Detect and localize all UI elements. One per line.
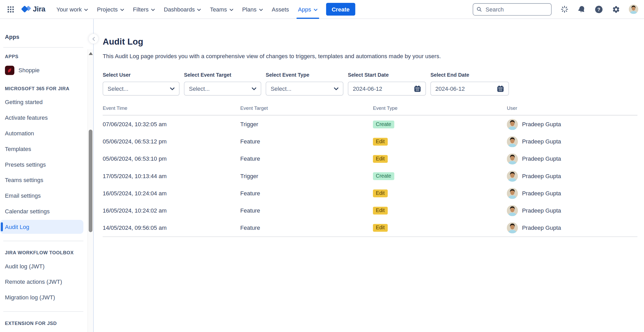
- user-avatar-image: [507, 153, 518, 164]
- chevron-down-icon: [259, 8, 263, 11]
- user-avatar-image: [507, 171, 518, 182]
- sidebar-item-templates[interactable]: Templates: [0, 142, 83, 156]
- table-header-row: Event TimeEvent TargetEvent TypeUser: [103, 105, 637, 116]
- sidebar-section-heading-apps: APPS: [5, 54, 87, 59]
- sidebar-item-audit-log[interactable]: Audit Log: [0, 220, 83, 234]
- date-input-select-start-date[interactable]: 2024-06-12: [348, 82, 426, 95]
- chevron-down-icon: [170, 87, 174, 90]
- sidebar-item-audit-log-jwt[interactable]: Audit log (JWT): [0, 259, 83, 273]
- sidebar-item-automation[interactable]: Automation: [0, 126, 83, 140]
- help-button[interactable]: ?: [594, 5, 604, 14]
- shoppie-app-icon: [5, 65, 14, 75]
- sidebar-collapse-button[interactable]: [88, 34, 98, 44]
- filters-row: Select UserSelect...Select Event TargetS…: [103, 72, 637, 96]
- search-input[interactable]: [485, 5, 548, 13]
- chevron-down-icon: [120, 8, 124, 11]
- nav-item-label: Assets: [272, 6, 289, 13]
- table-row: 07/06/2024, 10:32:05 amTriggerCreatePrad…: [103, 116, 637, 133]
- nav-item-assets[interactable]: Assets: [268, 0, 292, 19]
- search-box[interactable]: [473, 3, 552, 15]
- sidebar-item-get-started[interactable]: Get Started: [0, 330, 83, 332]
- search-icon: [476, 6, 482, 13]
- main-content: Audit Log This Audit Log page provides y…: [94, 19, 644, 332]
- sidebar-item-label: Calendar settings: [5, 208, 50, 214]
- filter-group-select-event-target: Select Event TargetSelect...: [184, 72, 261, 96]
- sidebar-section-items: Get Started: [0, 330, 87, 332]
- nav-item-projects[interactable]: Projects: [93, 0, 127, 19]
- event-type-badge: Edit: [373, 155, 388, 163]
- nav-item-plans[interactable]: Plans: [238, 0, 266, 19]
- user-cell: Pradeep Gupta: [507, 171, 637, 182]
- sidebar-item-label: Migration log (JWT): [5, 294, 55, 301]
- select-dropdown-select-event-type[interactable]: Select...: [266, 82, 343, 95]
- sidebar-item-calendar-settings[interactable]: Calendar settings: [0, 204, 83, 218]
- event-type-cell: Edit: [373, 155, 507, 163]
- user-avatar: [507, 136, 518, 147]
- chevron-left-icon: [92, 37, 95, 41]
- event-type-cell: Create: [373, 172, 507, 180]
- nav-item-apps[interactable]: Apps: [294, 0, 321, 19]
- nav-item-teams[interactable]: Teams: [206, 0, 237, 19]
- event-type-badge: Create: [373, 120, 394, 128]
- sidebar-section-heading-jira-workflow-toolbox: JIRA WORKFLOW TOOLBOX: [5, 250, 87, 255]
- settings-button[interactable]: [612, 5, 621, 14]
- jira-logo[interactable]: Jira: [21, 4, 45, 14]
- profile-avatar-button[interactable]: [629, 4, 638, 14]
- event-target-cell: Feature: [240, 207, 373, 214]
- create-button[interactable]: Create: [326, 3, 355, 16]
- user-avatar-image: [507, 205, 518, 216]
- nav-item-label: Apps: [298, 6, 311, 13]
- column-header-user: User: [507, 105, 637, 111]
- grid-icon: [7, 6, 14, 13]
- app-switcher-button[interactable]: [4, 3, 17, 16]
- nav-item-label: Plans: [242, 6, 256, 13]
- user-cell: Pradeep Gupta: [507, 222, 637, 233]
- topnav-icons: ?: [560, 4, 638, 14]
- sidebar-item-label: Automation: [5, 130, 34, 137]
- column-header-event-time: Event Time: [103, 105, 240, 111]
- filter-group-select-start-date: Select Start Date2024-06-12: [348, 72, 426, 96]
- chevron-down-icon: [151, 8, 155, 11]
- select-dropdown-select-user[interactable]: Select...: [103, 82, 179, 95]
- sidebar-scrollbar[interactable]: [87, 49, 93, 332]
- column-header-event-type: Event Type: [373, 105, 507, 111]
- event-target-cell: Feature: [240, 155, 373, 162]
- nav-item-your-work[interactable]: Your work: [53, 0, 92, 19]
- user-cell: Pradeep Gupta: [507, 136, 637, 147]
- sparkle-button[interactable]: [560, 5, 569, 14]
- sidebar-item-migration-log-jwt[interactable]: Migration log (JWT): [0, 290, 83, 304]
- event-time-cell: 14/05/2024, 09:56:05 am: [103, 224, 240, 231]
- date-input-select-end-date[interactable]: 2024-06-12: [430, 82, 509, 95]
- nav-item-dashboards[interactable]: Dashboards: [160, 0, 205, 19]
- event-type-badge: Create: [373, 172, 394, 180]
- nav-item-filters[interactable]: Filters: [129, 0, 159, 19]
- nav-item-label: Filters: [133, 6, 149, 13]
- user-name: Pradeep Gupta: [522, 173, 561, 179]
- user-name: Pradeep Gupta: [522, 121, 561, 128]
- gear-icon: [612, 5, 620, 13]
- event-time-cell: 07/06/2024, 10:32:05 am: [103, 121, 240, 128]
- event-type-cell: Edit: [373, 207, 507, 214]
- sidebar-item-label: Shoppie: [19, 67, 40, 73]
- filter-value: 2024-06-12: [353, 85, 382, 92]
- sidebar-item-teams-settings[interactable]: Teams settings: [0, 173, 83, 187]
- nav-item-label: Your work: [56, 6, 82, 13]
- user-name: Pradeep Gupta: [522, 155, 561, 162]
- notifications-button[interactable]: [577, 5, 586, 14]
- filter-label: Select Event Target: [184, 72, 261, 78]
- event-time-cell: 05/06/2024, 06:53:12 pm: [103, 138, 240, 145]
- sidebar-item-remote-actions-jwt[interactable]: Remote actions (JWT): [0, 275, 83, 289]
- sidebar-item-email-settings[interactable]: Email settings: [0, 189, 83, 202]
- select-dropdown-select-event-target[interactable]: Select...: [184, 82, 261, 95]
- nav-item-label: Dashboards: [164, 6, 195, 13]
- sidebar-item-presets-settings[interactable]: Presets settings: [0, 158, 83, 171]
- user-avatar: [507, 119, 518, 130]
- scrollbar-thumb[interactable]: [89, 130, 92, 232]
- sidebar-item-activate-features[interactable]: Activate features: [0, 111, 83, 125]
- scrollbar-up-arrow-icon[interactable]: [89, 52, 93, 55]
- sidebar-section-heading-extension-for-jsd: EXTENSION FOR JSD: [5, 321, 87, 326]
- sidebar-item-getting-started[interactable]: Getting started: [0, 95, 83, 109]
- table-row: 16/05/2024, 10:24:04 amFeatureEditPradee…: [103, 185, 637, 202]
- sidebar-item-shoppie[interactable]: Shoppie: [0, 63, 83, 77]
- nav-item-label: Projects: [97, 6, 118, 13]
